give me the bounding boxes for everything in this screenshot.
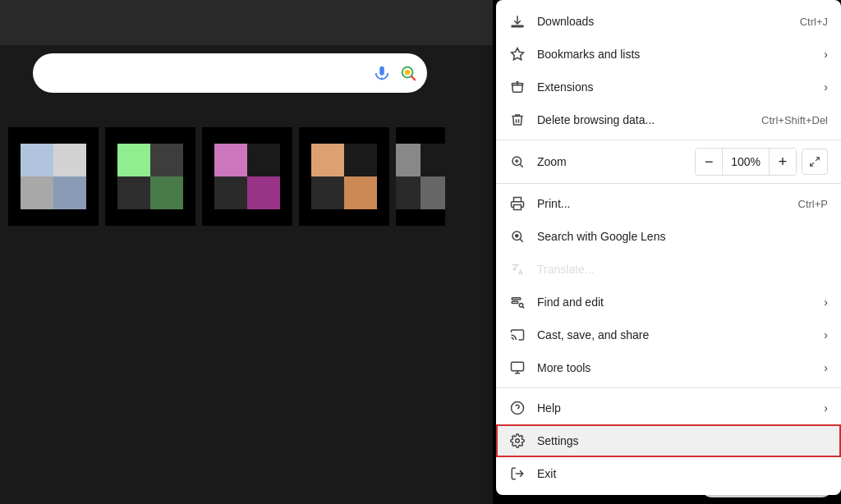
print-shortcut: Ctrl+P (798, 198, 828, 210)
menu-item-print[interactable]: Print... Ctrl+P (496, 187, 841, 220)
lens-icon (509, 228, 526, 245)
thumbnail-2 (105, 127, 195, 226)
menu-item-extensions[interactable]: Extensions › (496, 71, 841, 103)
svg-rect-3 (512, 25, 523, 27)
menu-item-delete-browsing[interactable]: Delete browsing data... Ctrl+Shift+Del (496, 103, 841, 136)
zoom-icon (509, 153, 526, 170)
fullscreen-button[interactable] (802, 149, 828, 175)
thumbnail-4 (299, 127, 389, 226)
svg-rect-16 (512, 298, 521, 300)
chrome-menu: Downloads Ctrl+J Bookmarks and lists › E… (496, 0, 841, 495)
menu-item-cast-save[interactable]: Cast, save, and share › (496, 318, 841, 351)
menu-item-help[interactable]: Help › (496, 392, 841, 424)
menu-item-downloads[interactable]: Downloads Ctrl+J (496, 5, 841, 38)
thumbnail-5 (396, 127, 445, 226)
thumbnails-row (8, 127, 445, 226)
svg-line-10 (816, 158, 819, 161)
divider-2 (496, 183, 841, 184)
zoom-plus-button[interactable]: + (770, 149, 796, 175)
puzzle-icon (509, 79, 526, 95)
menu-item-bookmarks[interactable]: Bookmarks and lists › (496, 38, 841, 71)
download-icon (509, 13, 526, 30)
thumbnail-3 (202, 127, 292, 226)
menu-item-exit[interactable]: Exit (496, 457, 841, 490)
print-icon (509, 195, 526, 212)
zoom-minus-button[interactable]: − (696, 149, 722, 175)
zoom-label: Zoom (537, 155, 695, 168)
google-search-bar (33, 53, 427, 93)
find-edit-label: Find and edit (537, 296, 814, 309)
svg-rect-21 (512, 362, 524, 371)
svg-line-19 (522, 307, 524, 309)
menu-item-find-edit[interactable]: Find and edit › (496, 286, 841, 318)
svg-line-7 (520, 164, 522, 167)
trash-icon (509, 112, 526, 128)
find-icon (509, 294, 526, 310)
bookmark-icon (509, 46, 526, 62)
svg-point-26 (516, 439, 520, 443)
google-lens-search-icon[interactable] (399, 64, 417, 82)
cast-save-arrow: › (824, 328, 828, 341)
menu-item-translate: Translate... (496, 253, 841, 286)
svg-marker-4 (512, 48, 524, 60)
divider-3 (496, 387, 841, 388)
extensions-label: Extensions (537, 80, 814, 94)
zoom-value: 100% (722, 149, 770, 175)
svg-point-18 (519, 304, 523, 308)
delete-browsing-shortcut: Ctrl+Shift+Del (761, 114, 828, 126)
more-tools-arrow: › (824, 361, 828, 374)
bookmarks-arrow: › (824, 48, 828, 61)
help-label: Help (537, 401, 814, 415)
menu-item-more-tools[interactable]: More tools › (496, 351, 841, 384)
exit-label: Exit (537, 467, 828, 480)
svg-point-2 (405, 70, 410, 75)
more-tools-label: More tools (537, 361, 814, 374)
svg-rect-17 (512, 301, 518, 303)
translate-icon (509, 261, 526, 277)
zoom-controls: − 100% + (695, 148, 797, 176)
find-edit-arrow: › (824, 296, 828, 309)
browser-header (0, 0, 493, 45)
extensions-arrow: › (824, 80, 828, 94)
print-label: Print... (537, 197, 788, 210)
delete-browsing-label: Delete browsing data... (537, 113, 751, 126)
downloads-shortcut: Ctrl+J (800, 16, 828, 28)
svg-line-11 (811, 163, 814, 166)
menu-item-google-lens[interactable]: Search with Google Lens (496, 220, 841, 253)
microphone-icon[interactable] (373, 64, 391, 82)
exit-icon (509, 465, 526, 482)
svg-line-15 (520, 239, 522, 241)
help-arrow: › (824, 401, 828, 415)
page-background (0, 0, 493, 504)
menu-item-zoom: Zoom − 100% + (496, 144, 841, 180)
bookmarks-label: Bookmarks and lists (537, 48, 814, 61)
thumbnail-1 (8, 127, 99, 226)
settings-icon (509, 433, 526, 449)
google-lens-label: Search with Google Lens (537, 230, 828, 243)
cast-icon (509, 327, 526, 343)
help-icon (509, 400, 526, 416)
svg-rect-12 (514, 205, 522, 210)
divider-1 (496, 140, 841, 140)
tools-icon (509, 360, 526, 376)
translate-label: Translate... (537, 263, 828, 276)
svg-point-14 (515, 234, 519, 238)
settings-label: Settings (537, 434, 828, 447)
downloads-label: Downloads (537, 15, 790, 28)
cast-save-label: Cast, save, and share (537, 328, 814, 341)
menu-item-settings[interactable]: Settings (496, 424, 841, 457)
